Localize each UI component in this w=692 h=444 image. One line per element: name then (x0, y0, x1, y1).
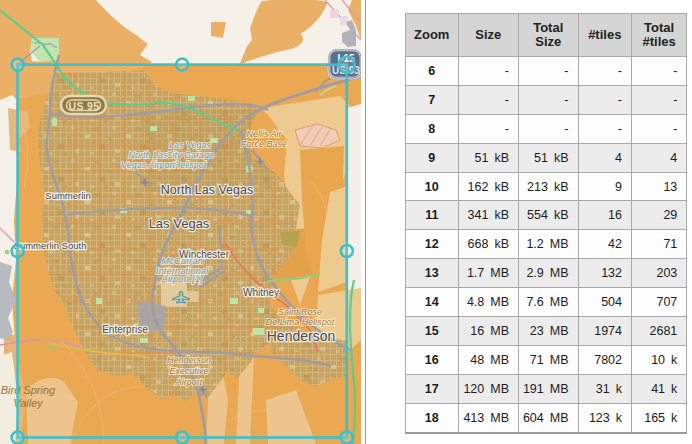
svg-text:Summerlin: Summerlin (45, 190, 90, 201)
svg-text:US 95: US 95 (68, 100, 99, 112)
svg-text:Enterprise: Enterprise (102, 324, 148, 335)
svg-text:Executive: Executive (169, 366, 208, 376)
svg-text:Helispot: Helispot (174, 160, 207, 170)
svg-text:Airport [1]: Airport [1] (160, 273, 203, 284)
svg-text:Whitney: Whitney (243, 287, 279, 298)
svg-text:Vegas Airport: Vegas Airport (121, 160, 175, 170)
svg-text:City Garage: City Garage (166, 150, 214, 160)
svg-text:Las Vegas: Las Vegas (169, 140, 212, 150)
svg-text:Las Vegas: Las Vegas (149, 216, 210, 231)
svg-text:North Las Vegas: North Las Vegas (161, 183, 253, 197)
svg-text:North Las: North Las (128, 150, 168, 160)
svg-text:Bird Spring: Bird Spring (1, 384, 56, 396)
svg-text:Henderson: Henderson (167, 355, 211, 365)
svg-text:Saint Rose: Saint Rose (278, 307, 322, 317)
svg-text:Force Base: Force Base (241, 139, 287, 149)
svg-text:Nellis Air: Nellis Air (246, 129, 282, 139)
svg-text:De Lima Helispot: De Lima Helispot (266, 317, 335, 327)
svg-text:Airport: Airport (175, 377, 203, 387)
svg-text:Henderson: Henderson (267, 328, 336, 344)
